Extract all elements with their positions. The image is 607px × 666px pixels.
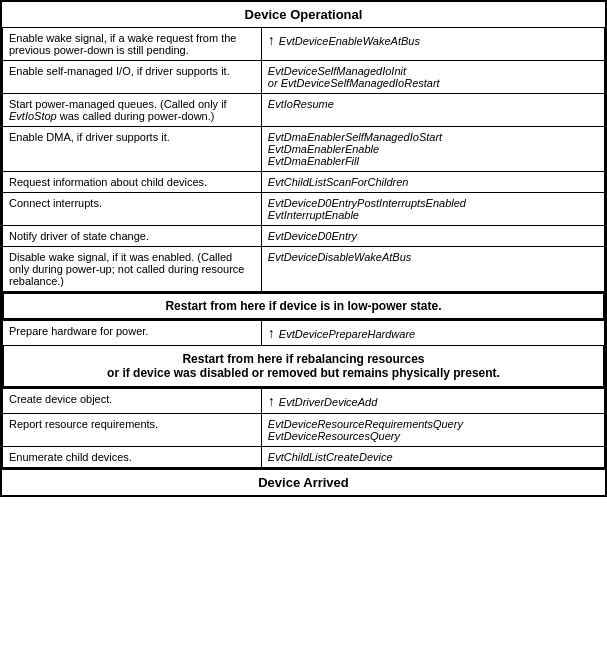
- row-description: Enable wake signal, if a wake request fr…: [3, 28, 262, 61]
- main-container: Device Operational Enable wake signal, i…: [0, 0, 607, 497]
- table-row: Create device object.↑EvtDriverDeviceAdd: [3, 389, 605, 414]
- row-description: Start power-managed queues. (Called only…: [3, 94, 262, 127]
- row-description: Request information about child devices.: [3, 172, 262, 193]
- row-event: EvtDeviceD0EntryPostInterruptsEnabledEvt…: [261, 193, 604, 226]
- row-event: ↑EvtDeviceEnableWakeAtBus: [261, 28, 604, 61]
- row-description: Notify driver of state change.: [3, 226, 262, 247]
- bottom-table: Create device object.↑EvtDriverDeviceAdd…: [2, 388, 605, 468]
- device-arrived-header: Device Arrived: [2, 468, 605, 495]
- row-event: EvtDmaEnablerSelfManagedIoStartEvtDmaEna…: [261, 127, 604, 172]
- row-description: Prepare hardware for power.: [3, 321, 262, 346]
- row-event: EvtChildListScanForChildren: [261, 172, 604, 193]
- table-row: Disable wake signal, if it was enabled. …: [3, 247, 605, 292]
- row-description: Connect interrupts.: [3, 193, 262, 226]
- row-description: Enumerate child devices.: [3, 447, 262, 468]
- restart-low-power-banner: Restart from here if device is in low-po…: [2, 292, 605, 320]
- row-event: ↑EvtDriverDeviceAdd: [261, 389, 604, 414]
- prepare-table: Prepare hardware for power.↑EvtDevicePre…: [2, 320, 605, 346]
- table-row: Notify driver of state change.EvtDeviceD…: [3, 226, 605, 247]
- row-description: Enable self-managed I/O, if driver suppo…: [3, 61, 262, 94]
- row-event: EvtIoResume: [261, 94, 604, 127]
- row-event: EvtDeviceDisableWakeAtBus: [261, 247, 604, 292]
- table-row: Enumerate child devices.EvtChildListCrea…: [3, 447, 605, 468]
- row-description: Create device object.: [3, 389, 262, 414]
- row-event: EvtDeviceResourceRequirementsQueryEvtDev…: [261, 414, 604, 447]
- device-operational-header: Device Operational: [2, 2, 605, 27]
- row-event: ↑EvtDevicePrepareHardware: [261, 321, 604, 346]
- row-event: EvtDeviceSelfManagedIoInitor EvtDeviceSe…: [261, 61, 604, 94]
- table-row: Enable self-managed I/O, if driver suppo…: [3, 61, 605, 94]
- row-event: EvtChildListCreateDevice: [261, 447, 604, 468]
- table-row: Start power-managed queues. (Called only…: [3, 94, 605, 127]
- table-row: Report resource requirements.EvtDeviceRe…: [3, 414, 605, 447]
- table-row: Connect interrupts.EvtDeviceD0EntryPostI…: [3, 193, 605, 226]
- table-row: Request information about child devices.…: [3, 172, 605, 193]
- row-description: Report resource requirements.: [3, 414, 262, 447]
- row-description: Disable wake signal, if it was enabled. …: [3, 247, 262, 292]
- restart-rebalance-banner: Restart from here if rebalancing resourc…: [2, 346, 605, 388]
- top-table: Enable wake signal, if a wake request fr…: [2, 27, 605, 292]
- row-event: EvtDeviceD0Entry: [261, 226, 604, 247]
- row-description: Enable DMA, if driver supports it.: [3, 127, 262, 172]
- table-row: Enable wake signal, if a wake request fr…: [3, 28, 605, 61]
- table-row: Prepare hardware for power.↑EvtDevicePre…: [3, 321, 605, 346]
- table-row: Enable DMA, if driver supports it.EvtDma…: [3, 127, 605, 172]
